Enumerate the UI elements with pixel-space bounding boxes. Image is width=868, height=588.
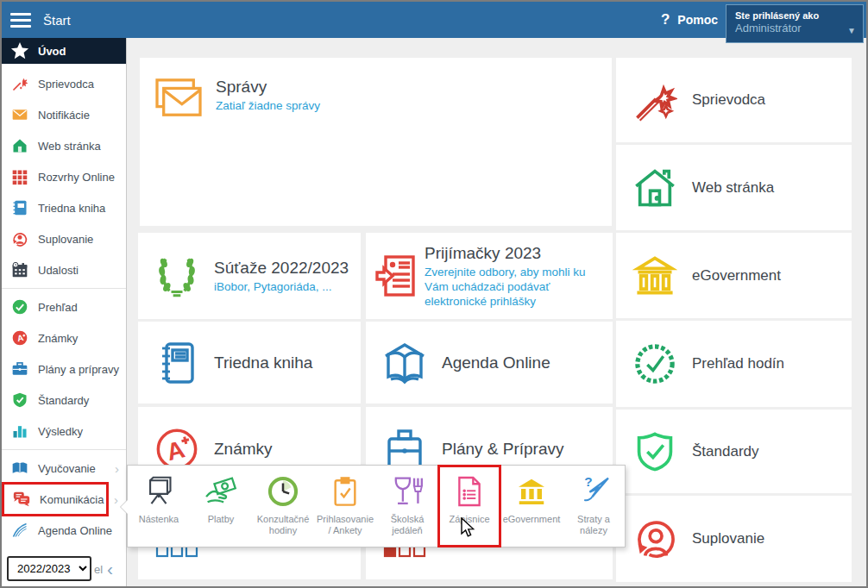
tile-sprievodca[interactable]: Sprievodca	[616, 58, 852, 142]
popup-item-straty-a-nalezy[interactable]: ? Straty a nálezy	[563, 466, 625, 547]
popup-item-label: Zápisnice	[449, 514, 489, 525]
popup-item-label: Straty a nálezy	[563, 514, 625, 536]
user-role-value: Administrátor	[735, 22, 856, 35]
timetable-grid-icon	[10, 167, 29, 186]
tile-triedna-kniha[interactable]: Triedna kniha	[138, 322, 361, 403]
sidebar-item-sprievodca[interactable]: Sprievodca	[2, 68, 126, 99]
partial-label: el	[94, 563, 103, 576]
tile-title: eGovernment	[692, 266, 781, 286]
sidebar-item-label: Plány a prípravy	[38, 363, 119, 376]
sidebar-item-komunikacia[interactable]: Komunikácia	[3, 484, 107, 515]
school-year-select[interactable]: 2022/2023	[7, 556, 91, 581]
tile-web-stranka[interactable]: Web stránka	[616, 145, 852, 230]
sidebar-item-udalosti[interactable]: Udalosti	[2, 254, 126, 285]
logged-in-user-dropdown[interactable]: Ste prihlásený ako Administrátor ▼	[726, 4, 864, 43]
sidebar-item-label: Agenda Online	[38, 524, 112, 537]
popup-item-skolska-jedalen[interactable]: Školská jedáleň	[376, 466, 438, 547]
seal-check-icon	[630, 341, 680, 386]
sidebar-item-label: Rozvrhy Online	[38, 171, 115, 184]
sidebar-item-suplovanie[interactable]: Suplovanie	[2, 223, 126, 254]
tile-suplovanie[interactable]: Suplovanie	[616, 496, 852, 582]
tile-agenda-online[interactable]: Agenda Online	[366, 322, 613, 403]
sidebar-item-plany-a-pripravy[interactable]: Plány a prípravy	[2, 353, 126, 385]
tile-title: Agenda Online	[442, 353, 550, 373]
clipboard-check-icon	[330, 474, 360, 509]
sidebar-item-znamky[interactable]: A Známky	[2, 322, 126, 353]
tile-prijimacky[interactable]: Prijímačky 2023 Zverejnite odbory, aby m…	[366, 233, 613, 319]
tile-sutaze[interactable]: Súťaže 2022/2023 iBobor, Pytagoriáda, ..…	[138, 233, 361, 319]
sidebar-item-agenda-online[interactable]: Agenda Online	[2, 515, 126, 546]
chevron-right-icon: ›	[115, 461, 119, 476]
tile-title: Triedna kniha	[214, 353, 312, 373]
sidebar-item-web-stranka[interactable]: Web stránka	[2, 130, 126, 161]
sidebar-divider	[2, 449, 126, 450]
envelopes-icon	[154, 77, 204, 120]
house-icon	[630, 166, 680, 210]
collapse-sidebar-icon[interactable]: ‹	[107, 559, 113, 579]
tile-title: Známky	[214, 439, 273, 460]
notebook-icon	[152, 341, 202, 385]
tile-title: Súťaže 2022/2023	[214, 258, 349, 278]
tile-egovernment[interactable]: eGovernment	[616, 233, 852, 318]
sidebar-item-vysledky[interactable]: Výsledky	[2, 416, 126, 447]
page-title: Štart	[43, 13, 71, 28]
shield-check-icon	[10, 391, 29, 410]
tile-title: Prehľad hodín	[692, 353, 784, 374]
sidebar-item-vyucovanie[interactable]: Vyučovanie ›	[2, 453, 126, 484]
star-icon	[10, 41, 29, 60]
tile-title: Štandardy	[692, 441, 759, 462]
popup-item-label: Nástenka	[139, 514, 179, 525]
sidebar-item-prehlad[interactable]: Prehľad	[2, 291, 126, 322]
tile-title: Prijímačky 2023	[425, 243, 604, 264]
sidebar-item-label: Triedna kniha	[38, 202, 105, 215]
popup-item-nastenka[interactable]: Nástenka	[128, 466, 190, 547]
popup-item-zapisnice[interactable]: Zápisnice	[438, 466, 500, 547]
popup-item-label: Konzultačné hodiny	[252, 514, 314, 536]
bank-building-icon	[630, 253, 680, 298]
sidebar-item-label: Sprievodca	[38, 78, 94, 91]
sidebar-item-label: Notifikácie	[38, 109, 90, 122]
sidebar-item-notifikacie[interactable]: Notifikácie	[2, 99, 126, 130]
tile-subtitle-link[interactable]: Zatiaľ žiadne správy	[216, 98, 320, 113]
tile-prehlad-hodin[interactable]: Prehľad hodín	[616, 321, 852, 407]
popup-item-platby[interactable]: Platby	[190, 466, 252, 547]
envelope-icon	[10, 105, 29, 124]
minutes-document-icon	[456, 474, 483, 509]
bank-building-icon	[516, 474, 547, 509]
laurel-wreath-icon	[152, 253, 202, 298]
magic-wand-icon	[630, 78, 680, 122]
tile-subtitle-link[interactable]: Zverejnite odbory, aby mohli ku Vám uchá…	[425, 265, 604, 309]
logged-in-as-label: Ste prihlásený ako	[735, 9, 856, 22]
sidebar-item-rozvrhy-online[interactable]: Rozvrhy Online	[2, 161, 126, 192]
kite-question-icon: ?	[576, 474, 611, 509]
popup-item-konzultacne-hodiny[interactable]: Konzultačné hodiny	[252, 466, 314, 547]
tile-title: Správy	[216, 77, 320, 97]
question-mark-icon: ?	[661, 11, 670, 28]
sidebar-item-triedna-kniha[interactable]: Triedna kniha	[2, 192, 126, 223]
sidebar-item-label: Vyučovanie	[38, 462, 96, 475]
popup-item-label: eGovernment	[503, 514, 561, 525]
popup-item-prihlasovanie-ankety[interactable]: Prihlasovanie / Ankety	[314, 466, 376, 547]
notebook-icon	[10, 198, 29, 217]
open-book-icon	[10, 459, 29, 478]
tile-standardy[interactable]: Štandardy	[616, 410, 852, 493]
tile-title: Suplovanie	[692, 529, 764, 549]
popup-arrow	[121, 500, 128, 514]
shield-check-icon	[630, 429, 680, 474]
popup-item-egovernment[interactable]: eGovernment	[500, 466, 563, 547]
tile-title: Web stránka	[692, 178, 774, 198]
grid-squares-icon	[380, 544, 430, 570]
person-refresh-icon	[10, 229, 29, 248]
magic-wand-icon	[10, 74, 29, 93]
noticeboard-icon	[144, 474, 173, 509]
sidebar-item-label: Komunikácia	[40, 493, 104, 506]
sidebar-item-uvod[interactable]: Úvod	[2, 38, 126, 64]
tile-spravy[interactable]: Správy Zatiaľ žiadne správy	[140, 58, 612, 226]
application-document-icon	[374, 253, 418, 298]
hamburger-menu-icon[interactable]	[10, 9, 31, 31]
grid-squares-icon	[152, 544, 202, 570]
help-button[interactable]: ? Pomoc	[661, 2, 718, 38]
sidebar-item-label: Prehľad	[38, 301, 78, 314]
tile-subtitle-link[interactable]: iBobor, Pytagoriáda, ...	[214, 279, 349, 294]
sidebar-item-standardy[interactable]: Štandardy	[2, 385, 126, 416]
